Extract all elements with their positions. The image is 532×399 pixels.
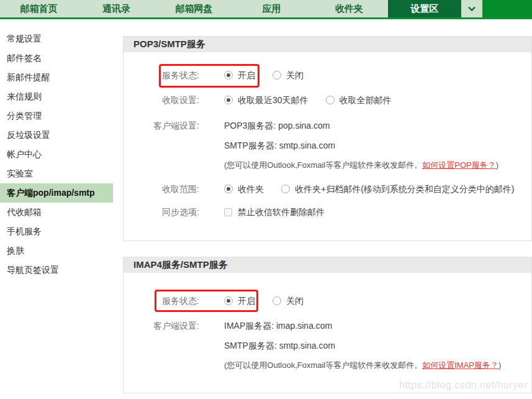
imap-service-status-row: 服务状态: 开启 关闭	[124, 295, 521, 307]
pop3-status-on-option[interactable]: 开启	[224, 69, 255, 81]
watermark-text: https://blog.csdn.net/huryer	[399, 380, 528, 391]
radio-on-icon	[224, 71, 233, 80]
sidebar-item-antispam[interactable]: 反垃圾设置	[0, 126, 113, 145]
sidebar-item-nav-tabs-settings[interactable]: 导航页签设置	[0, 260, 113, 280]
scope-inbox-archive-option[interactable]: 收件夹+归档邮件(移动到系统分类和自定义分类中的邮件)	[281, 183, 515, 195]
pop3-client-settings-row: 客户端设置: POP3服务器: pop.sina.com SMTP服务器: sm…	[124, 119, 521, 172]
imap-client-settings-row: 客户端设置: IMAP服务器: imap.sina.com SMTP服务器: s…	[124, 319, 521, 372]
imap-client-note: (您可以使用Outlook,Foxmail等客户端软件来收发邮件。如何设置IMA…	[224, 359, 501, 372]
imap-status-on-option[interactable]: 开启	[224, 295, 255, 307]
settings-sidebar: 常规设置 邮件签名 新邮件提醒 来信规则 分类管理 反垃圾设置 帐户中心 实验室…	[0, 21, 113, 280]
pop3-client-settings-label: 客户端设置:	[124, 119, 199, 132]
pop3-sync-option-label: 同步选项:	[124, 206, 199, 218]
imap-panel-title: IMAP4服务/SMTP服务	[124, 257, 531, 273]
radio-off-icon	[273, 71, 281, 80]
imap4-smtp-panel: IMAP4服务/SMTP服务 服务状态: 开启 关闭 客户端设置: IMAP服务…	[123, 257, 532, 393]
forbid-delete-checkbox-option[interactable]: 禁止收信软件删除邮件	[224, 206, 325, 218]
sidebar-item-category-management[interactable]: 分类管理	[0, 106, 113, 126]
sidebar-item-account-center[interactable]: 帐户中心	[0, 145, 113, 164]
scope-inbox-option[interactable]: 收件夹	[224, 183, 264, 195]
navbar-filler	[482, 0, 532, 17]
pop3-sync-option-row: 同步选项: 禁止收信软件删除邮件	[124, 206, 521, 218]
nav-tab-apps[interactable]: 应用	[233, 0, 310, 17]
sidebar-item-mobile-service[interactable]: 手机服务	[0, 222, 113, 241]
sidebar-item-skin[interactable]: 换肤	[0, 241, 113, 260]
nav-tab-contacts[interactable]: 通讯录	[78, 0, 155, 17]
checkbox-unchecked-icon	[224, 208, 232, 216]
radio-off-icon	[273, 296, 281, 305]
pop3-panel-title: POP3/SMTP服务	[124, 37, 531, 52]
how-to-set-pop-link[interactable]: 如何设置POP服务？	[422, 160, 495, 170]
imap-service-status-label: 服务状态:	[124, 295, 199, 307]
pop3-status-off-option[interactable]: 关闭	[273, 69, 304, 81]
pop3-fetch-scope-row: 收取范围: 收件夹 收件夹+归档邮件(移动到系统分类和自定义分类中的邮件)	[124, 183, 521, 195]
settings-dropdown-button[interactable]	[461, 0, 482, 17]
imap-client-settings-label: 客户端设置:	[124, 319, 199, 332]
pop3-smtp-panel: POP3/SMTP服务 服务状态: 开启 关闭 收取设置: 收取最近30天邮件	[123, 36, 532, 241]
pop3-server-line: POP3服务器: pop.sina.com	[224, 119, 330, 132]
smtp-server-line: SMTP服务器: smtp.sina.com	[224, 139, 335, 152]
sidebar-item-fetch-mailbox[interactable]: 代收邮箱	[0, 203, 113, 222]
pop3-service-status-row: 服务状态: 开启 关闭	[124, 69, 521, 81]
radio-on-icon	[224, 96, 233, 104]
pop3-client-note: (您可以使用Outlook,Foxmail等客户端软件来收发邮件。如何设置POP…	[224, 159, 498, 172]
radio-off-icon	[326, 96, 335, 104]
smtp-server-line: SMTP服务器: smtp.sina.com	[224, 339, 335, 352]
pop3-service-status-label: 服务状态:	[124, 69, 199, 81]
sidebar-item-incoming-rules[interactable]: 来信规则	[0, 87, 113, 106]
imap-status-off-option[interactable]: 关闭	[273, 295, 304, 307]
radio-off-icon	[281, 185, 290, 193]
nav-tab-inbox[interactable]: 收件夹	[310, 0, 388, 17]
pop3-fetch-setting-label: 收取设置:	[124, 94, 199, 106]
radio-on-icon	[224, 296, 233, 305]
pop3-fetch-setting-row: 收取设置: 收取最近30天邮件 收取全部邮件	[124, 94, 521, 106]
radio-on-icon	[224, 185, 233, 193]
chevron-down-icon	[468, 6, 476, 11]
imap-server-line: IMAP服务器: imap.sina.com	[224, 319, 332, 332]
sidebar-item-lab[interactable]: 实验室	[0, 164, 113, 183]
pop3-fetch-all-option[interactable]: 收取全部邮件	[326, 94, 392, 106]
nav-tab-netdisk[interactable]: 邮箱网盘	[155, 0, 233, 17]
pop3-fetch-recent30-option[interactable]: 收取最近30天邮件	[224, 94, 309, 106]
top-navbar: 邮箱首页 通讯录 邮箱网盘 应用 收件夹 设置区	[0, 0, 532, 19]
sidebar-item-general-settings[interactable]: 常规设置	[0, 29, 113, 48]
sidebar-item-signature[interactable]: 邮件签名	[0, 48, 113, 68]
nav-tab-mail-home[interactable]: 邮箱首页	[0, 0, 78, 17]
how-to-set-imap-link[interactable]: 如何设置IMAP服务？	[422, 360, 498, 370]
nav-tab-settings-active[interactable]: 设置区	[388, 0, 461, 17]
sidebar-item-client-pop-imap-smtp[interactable]: 客户端pop/imap/smtp	[0, 183, 113, 203]
pop3-fetch-scope-label: 收取范围:	[124, 183, 199, 195]
sidebar-item-new-mail-alert[interactable]: 新邮件提醒	[0, 68, 113, 87]
